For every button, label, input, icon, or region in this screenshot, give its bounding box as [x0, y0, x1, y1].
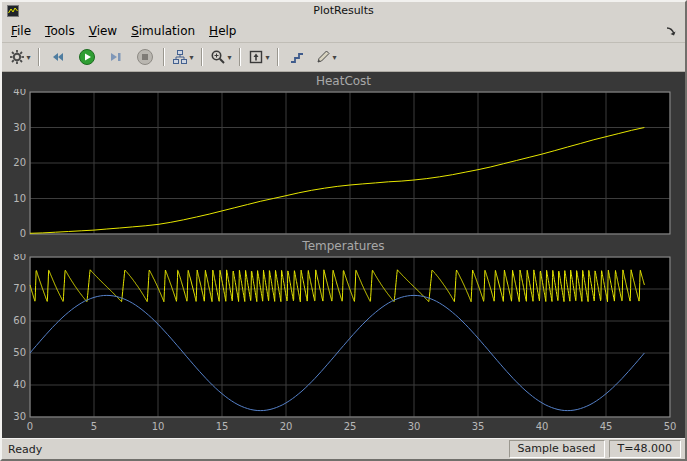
- toolbar-separator: [277, 48, 279, 66]
- svg-text:40: 40: [13, 379, 26, 390]
- settings-gear-button[interactable]: ▾: [6, 45, 34, 69]
- svg-text:50: 50: [664, 421, 677, 432]
- signal-hierarchy-button[interactable]: ▾: [169, 45, 197, 69]
- scope-window: PlotResults File Tools View Simulation H…: [0, 0, 687, 461]
- temperatures-plot: 05101520253035404550304050607080: [4, 254, 683, 434]
- svg-text:10: 10: [152, 421, 165, 432]
- toolbar-separator: [239, 48, 241, 66]
- step-forward-button[interactable]: [102, 45, 130, 69]
- svg-text:30: 30: [408, 421, 421, 432]
- svg-text:20: 20: [280, 421, 293, 432]
- rewind-button[interactable]: [44, 45, 72, 69]
- dropdown-arrow-icon: ▾: [265, 53, 269, 62]
- svg-text:40: 40: [536, 421, 549, 432]
- svg-text:0: 0: [20, 228, 26, 239]
- rewind-icon: [50, 49, 66, 65]
- svg-text:45: 45: [600, 421, 613, 432]
- stop-button[interactable]: [131, 45, 159, 69]
- window-icon: [7, 5, 19, 17]
- fit-to-view-button[interactable]: ▾: [245, 45, 273, 69]
- sample-stairs-button[interactable]: [283, 45, 311, 69]
- status-bar: Ready Sample based T=48.000: [2, 438, 685, 459]
- dropdown-arrow-icon: ▾: [332, 53, 336, 62]
- heatcost-plot: 010203040: [4, 89, 683, 239]
- hierarchy-icon: [172, 49, 188, 65]
- svg-text:50: 50: [13, 347, 26, 358]
- scope-display-area: HeatCost 010203040 Temperatures 05101520…: [2, 72, 685, 438]
- window-title: PlotResults: [313, 4, 373, 17]
- menu-simulation[interactable]: Simulation: [124, 21, 202, 41]
- menu-bar: File Tools View Simulation Help: [2, 20, 685, 43]
- svg-text:30: 30: [13, 122, 26, 133]
- menu-file[interactable]: File: [4, 21, 38, 41]
- status-text: Ready: [6, 443, 505, 456]
- stairs-icon: [289, 49, 305, 65]
- menu-tools[interactable]: Tools: [38, 21, 82, 41]
- toolbar-separator: [38, 48, 40, 66]
- run-button[interactable]: [73, 45, 101, 69]
- dock-icon[interactable]: [663, 23, 679, 39]
- svg-text:60: 60: [13, 315, 26, 326]
- toolbar: ▾: [2, 43, 685, 72]
- svg-text:25: 25: [344, 421, 357, 432]
- title-bar[interactable]: PlotResults: [2, 2, 685, 20]
- svg-text:15: 15: [216, 421, 229, 432]
- svg-text:35: 35: [472, 421, 485, 432]
- step-forward-icon: [108, 49, 124, 65]
- play-icon: [78, 48, 96, 66]
- zoom-button[interactable]: ▾: [207, 45, 235, 69]
- dropdown-arrow-icon: ▾: [227, 53, 231, 62]
- toolbar-separator: [201, 48, 203, 66]
- svg-text:10: 10: [13, 193, 26, 204]
- svg-text:20: 20: [13, 157, 26, 168]
- gear-icon: [9, 49, 25, 65]
- svg-text:70: 70: [13, 283, 26, 294]
- magnifier-icon: [210, 49, 226, 65]
- dropdown-arrow-icon: ▾: [26, 53, 30, 62]
- toolbar-separator: [163, 48, 165, 66]
- pencil-icon: [315, 49, 331, 65]
- plot-title-temperatures: Temperatures: [4, 239, 683, 254]
- fit-to-view-icon: [248, 49, 264, 65]
- plot-title-heatcost: HeatCost: [4, 74, 683, 89]
- simulation-time-indicator: T=48.000: [609, 440, 681, 458]
- menu-help[interactable]: Help: [202, 21, 243, 41]
- sample-mode-indicator: Sample based: [509, 440, 605, 458]
- menu-view[interactable]: View: [82, 21, 124, 41]
- stop-icon: [136, 48, 154, 66]
- svg-text:5: 5: [91, 421, 97, 432]
- measurements-button[interactable]: ▾: [312, 45, 340, 69]
- svg-text:40: 40: [13, 89, 26, 97]
- svg-text:30: 30: [13, 411, 26, 422]
- svg-text:80: 80: [13, 254, 26, 262]
- dropdown-arrow-icon: ▾: [189, 53, 193, 62]
- svg-text:0: 0: [27, 421, 33, 432]
